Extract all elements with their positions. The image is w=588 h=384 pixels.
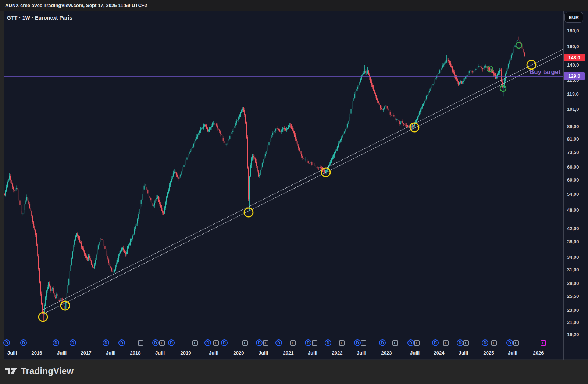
candle bbox=[83, 246, 84, 252]
dividend-badge[interactable]: D bbox=[457, 339, 463, 346]
candle bbox=[471, 68, 471, 73]
dividend-badge[interactable]: D bbox=[53, 339, 59, 346]
candle bbox=[353, 97, 354, 102]
earnings-badge[interactable]: E bbox=[392, 340, 398, 346]
earnings-badge[interactable]: E bbox=[263, 340, 268, 346]
dividend-badge[interactable]: D bbox=[354, 339, 361, 346]
dividend-badge[interactable]: D bbox=[407, 339, 414, 346]
candle bbox=[500, 69, 501, 71]
earnings-badge[interactable]: E bbox=[312, 340, 317, 346]
candle bbox=[344, 131, 345, 134]
dividend-badge[interactable]: D bbox=[70, 339, 76, 346]
candle bbox=[251, 157, 252, 168]
tradingview-logo[interactable]: TradingView bbox=[4, 366, 74, 377]
trendline-touch-circle[interactable] bbox=[527, 60, 536, 69]
dividend-badge[interactable]: D bbox=[118, 339, 125, 346]
dividend-badge[interactable]: D bbox=[379, 339, 386, 346]
dividend-badge[interactable]: D bbox=[20, 339, 27, 346]
candle bbox=[265, 152, 266, 158]
earnings-badge[interactable]: E bbox=[192, 340, 198, 346]
candle bbox=[460, 80, 461, 84]
candle bbox=[385, 105, 385, 108]
candle bbox=[250, 163, 251, 177]
candle bbox=[32, 215, 33, 224]
earnings-badge[interactable]: E bbox=[491, 340, 497, 346]
dividend-badge[interactable]: D bbox=[305, 339, 311, 346]
candle bbox=[498, 71, 499, 75]
earnings-badge[interactable]: E bbox=[513, 340, 519, 346]
time-axis-label: Juill bbox=[209, 350, 218, 356]
earnings-badge[interactable]: E bbox=[463, 340, 469, 346]
candle bbox=[277, 127, 277, 131]
candle bbox=[462, 81, 463, 84]
earnings-badge[interactable]: E bbox=[242, 340, 248, 346]
trend-channel[interactable] bbox=[43, 50, 563, 314]
dividend-badge[interactable]: D bbox=[152, 339, 159, 346]
candle bbox=[106, 247, 106, 253]
time-axis-label: Juill bbox=[508, 350, 517, 356]
earnings-badge[interactable]: E bbox=[414, 340, 420, 346]
price-axis-label: 28,00 bbox=[567, 281, 579, 286]
candle bbox=[172, 174, 173, 180]
candle bbox=[232, 131, 232, 135]
earnings-badge[interactable]: E bbox=[138, 340, 143, 346]
dividend-badge[interactable]: D bbox=[482, 339, 488, 346]
price-chart[interactable] bbox=[0, 0, 588, 384]
dividend-badge[interactable]: D bbox=[275, 339, 282, 346]
candle bbox=[153, 202, 153, 207]
candle bbox=[274, 130, 275, 134]
candle bbox=[523, 45, 523, 52]
price-axis-divider bbox=[563, 11, 564, 360]
candle bbox=[246, 122, 247, 139]
candle bbox=[110, 264, 111, 269]
dividend-badge[interactable]: D bbox=[256, 339, 263, 346]
candle bbox=[438, 72, 438, 77]
dividend-badge[interactable]: D bbox=[432, 339, 439, 346]
buy-target-label[interactable]: Buy target bbox=[530, 68, 560, 76]
candle bbox=[193, 143, 194, 148]
dividend-badge[interactable]: D bbox=[221, 339, 228, 346]
candle bbox=[117, 258, 118, 264]
candle bbox=[82, 246, 83, 250]
candle bbox=[333, 154, 334, 159]
upcoming-earnings-badge[interactable]: E bbox=[541, 340, 546, 346]
candle bbox=[202, 127, 203, 129]
candle bbox=[186, 157, 186, 164]
candle bbox=[33, 221, 34, 228]
trend-channel-lower-line[interactable] bbox=[43, 54, 563, 314]
earnings-badge[interactable]: E bbox=[443, 340, 449, 346]
candle bbox=[58, 295, 58, 302]
candle bbox=[505, 73, 506, 82]
candle bbox=[264, 155, 264, 161]
candle bbox=[403, 123, 404, 126]
trendline-touch-circles[interactable] bbox=[39, 60, 536, 321]
earnings-badge[interactable]: E bbox=[290, 340, 296, 346]
dividend-badge[interactable]: D bbox=[204, 339, 211, 346]
candle bbox=[197, 134, 198, 139]
candle bbox=[125, 251, 126, 257]
dividend-badge[interactable]: D bbox=[325, 339, 331, 346]
candle bbox=[280, 130, 281, 133]
candle bbox=[292, 126, 293, 131]
candle bbox=[338, 141, 339, 148]
trend-channel-upper-line[interactable] bbox=[43, 50, 563, 310]
trendline-touch-circle[interactable] bbox=[244, 208, 253, 217]
candle bbox=[405, 123, 406, 127]
dividend-badge[interactable]: D bbox=[506, 339, 513, 346]
candle bbox=[291, 124, 292, 129]
earnings-badge[interactable]: E bbox=[361, 340, 366, 346]
earnings-badge[interactable]: E bbox=[159, 340, 165, 346]
earnings-badge[interactable]: E bbox=[339, 340, 345, 346]
earnings-badge[interactable]: E bbox=[213, 340, 219, 346]
candle bbox=[57, 292, 57, 297]
candle bbox=[356, 87, 357, 92]
candle bbox=[73, 243, 74, 253]
currency-button[interactable]: EUR bbox=[564, 12, 583, 23]
dividend-badge[interactable]: D bbox=[168, 339, 175, 346]
candle bbox=[287, 128, 288, 130]
candle bbox=[56, 292, 57, 299]
candle bbox=[122, 247, 123, 250]
time-axis-label: 2018 bbox=[130, 350, 141, 356]
dividend-badge[interactable]: D bbox=[103, 339, 109, 346]
dividend-badge[interactable]: D bbox=[3, 339, 10, 346]
